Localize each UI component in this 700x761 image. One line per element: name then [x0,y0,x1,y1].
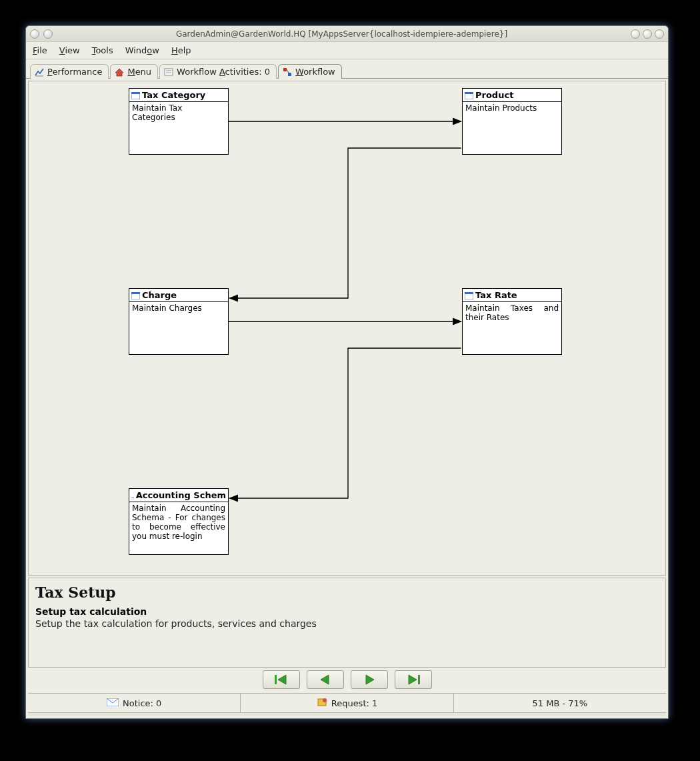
content-area: Tax Category Maintain Tax Categories Pro… [26,78,668,718]
window-icon [131,291,140,299]
node-title: Tax Category [142,90,205,100]
svg-marker-22 [321,675,329,684]
svg-rect-13 [465,92,473,94]
window-icon [131,91,140,99]
status-request[interactable]: Request: 1 [241,694,453,712]
window-sticky-icon[interactable] [43,29,53,39]
svg-marker-24 [409,675,417,684]
node-desc: Maintain Tax Categories [129,102,228,139]
minimize-button[interactable] [631,29,640,39]
window-icon [465,291,473,299]
svg-rect-5 [283,68,287,71]
menubar: File View Tools Window Help [26,42,668,59]
svg-rect-20 [275,675,277,684]
resize-grip [28,712,666,716]
tab-label: Performance [47,67,102,77]
tab-label: Workflow Activities: 0 [177,67,270,77]
status-bar: Notice: 0 Request: 1 51 MB - 71% [28,693,666,712]
mail-icon [107,698,119,708]
home-icon [115,67,124,77]
status-notice-text: Notice: 0 [123,698,161,708]
workflow-node-charge[interactable]: Charge Maintain Charges [129,288,229,355]
workflow-connectors [29,81,665,575]
workflow-node-tax-rate[interactable]: Tax Rate Maintain Taxes and their Rates [462,288,562,355]
tabbar: Performance Menu Workflow Activities: 0 … [26,59,668,78]
tab-workflow[interactable]: Workflow [278,64,342,79]
node-desc: Maintain Taxes and their Rates [463,302,561,339]
node-title: Product [475,90,513,100]
svg-rect-15 [131,292,140,294]
previous-button[interactable] [307,670,344,689]
status-request-text: Request: 1 [331,698,378,708]
status-notice[interactable]: Notice: 0 [28,694,241,712]
svg-rect-2 [165,69,173,75]
last-icon [406,674,421,685]
first-button[interactable] [263,670,300,689]
svg-marker-21 [278,675,286,684]
window-title: GardenAdmin@GardenWorld.HQ [MyAppsServer… [53,29,631,39]
navigation-toolbar [28,668,666,693]
node-desc: Maintain Charges [129,302,228,339]
svg-marker-1 [115,69,123,76]
status-memory-text: 51 MB - 71% [532,698,587,708]
close-button[interactable] [655,29,664,39]
svg-marker-23 [366,675,374,684]
chart-icon [35,67,44,77]
status-memory: 51 MB - 71% [454,694,666,712]
titlebar: GardenAdmin@GardenWorld.HQ [MyAppsServer… [26,26,668,42]
last-button[interactable] [395,670,432,689]
node-desc: Maintain Products [463,102,561,139]
workflow-node-tax-category[interactable]: Tax Category Maintain Tax Categories [129,88,229,155]
menu-file[interactable]: File [33,45,47,55]
arrow-right-icon [362,674,377,685]
maximize-button[interactable] [643,29,652,39]
menu-view[interactable]: View [59,45,80,55]
workflow-icon [283,67,292,77]
workflow-node-product[interactable]: Product Maintain Products [462,88,562,155]
node-desc: Maintain Accounting Schema - For changes… [129,502,228,542]
tab-label: Workflow [295,67,335,77]
svg-rect-19 [131,498,134,498]
menu-window[interactable]: Window [125,45,159,55]
svg-rect-17 [465,292,473,294]
svg-rect-11 [131,92,140,94]
menu-help[interactable]: Help [171,45,191,55]
workflow-info-panel: Tax Setup Setup tax calculation Setup th… [28,578,666,668]
request-icon [317,698,327,709]
window-icon [465,91,473,99]
list-icon [164,67,173,77]
node-title: Accounting Schem [136,490,226,500]
menu-tools[interactable]: Tools [92,45,113,55]
info-heading: Tax Setup [35,584,659,601]
svg-rect-25 [418,675,420,684]
tab-performance[interactable]: Performance [30,64,109,79]
tab-menu[interactable]: Menu [110,64,158,79]
tab-workflow-activities[interactable]: Workflow Activities: 0 [159,64,277,79]
node-title: Tax Rate [475,290,517,300]
workflow-node-accounting-schema[interactable]: Accounting Schem Maintain Accounting Sch… [129,488,229,555]
application-window: GardenAdmin@GardenWorld.HQ [MyAppsServer… [25,25,669,719]
workflow-canvas[interactable]: Tax Category Maintain Tax Categories Pro… [28,81,666,576]
svg-point-28 [323,698,327,702]
window-menu-icon[interactable] [30,29,39,39]
info-subheading: Setup tax calculation [35,606,659,617]
first-icon [274,674,289,685]
tab-label: Menu [127,67,151,77]
info-description: Setup the tax calculation for products, … [35,618,659,629]
node-title: Charge [142,290,177,300]
arrow-left-icon [318,674,333,685]
window-icon [131,492,134,499]
next-button[interactable] [351,670,388,689]
